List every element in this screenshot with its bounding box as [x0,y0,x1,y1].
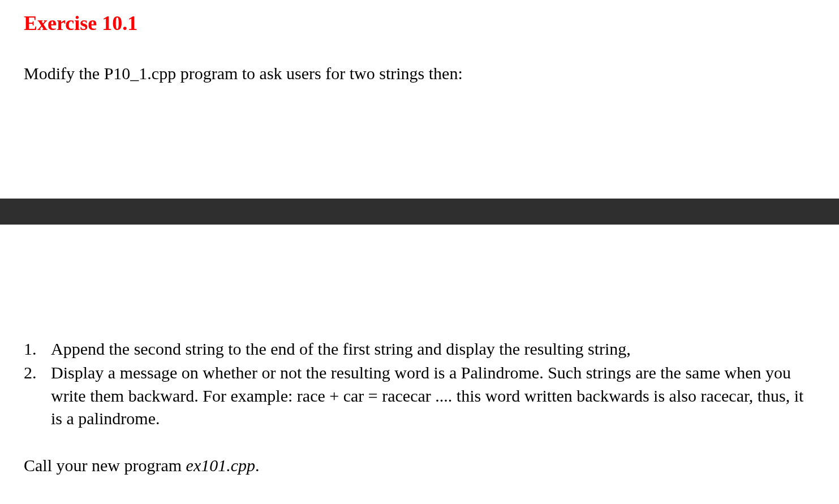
list-item: Display a message on whether or not the … [24,361,815,430]
page-divider-bar [0,199,839,225]
closing-paragraph: Call your new program ex101.cpp. [24,454,815,477]
list-item: Append the second string to the end of t… [24,338,815,361]
document-bottom-section: Append the second string to the end of t… [0,225,839,500]
closing-prefix: Call your new program [24,456,186,475]
exercise-title: Exercise 10.1 [24,11,815,35]
exercise-steps-list: Append the second string to the end of t… [24,338,815,430]
program-filename: ex101.cpp [186,456,255,475]
intro-paragraph: Modify the P10_1.cpp program to ask user… [24,62,815,85]
closing-suffix: . [255,456,260,475]
document-top-section: Exercise 10.1 Modify the P10_1.cpp progr… [0,0,839,85]
